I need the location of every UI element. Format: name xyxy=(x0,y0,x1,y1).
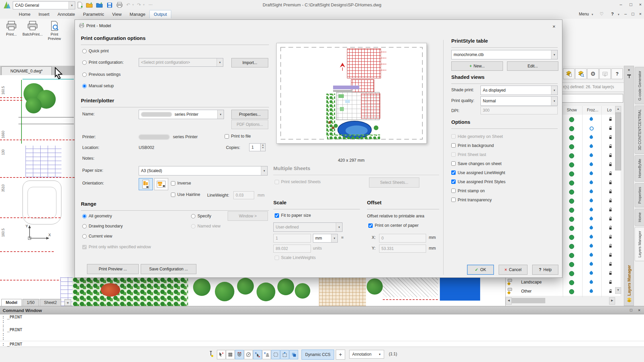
tool-batchprint[interactable]: BatchPrint... xyxy=(21,21,44,37)
sheet-tab-model[interactable]: Model xyxy=(1,299,22,306)
show-status-icon[interactable] xyxy=(569,208,574,213)
lock-status-icon[interactable] xyxy=(608,180,612,186)
command-float-icon[interactable]: □ xyxy=(630,308,632,312)
ccs-toggle[interactable] xyxy=(280,350,289,359)
layer-settings-button[interactable]: ⚙ xyxy=(587,68,599,79)
radio-specify[interactable]: Specify xyxy=(191,214,211,218)
ribbon-restore-button[interactable]: □ xyxy=(629,11,637,16)
command-output[interactable]: : _PRINT::: _PRINT:: xyxy=(0,314,644,341)
tab-output[interactable]: Output xyxy=(149,10,171,18)
show-status-icon[interactable] xyxy=(569,289,574,294)
print-to-file-checkbox[interactable]: Print to file xyxy=(225,134,251,139)
frozen-status-icon[interactable] xyxy=(589,244,594,248)
option-print-transparency[interactable]: Print transparency xyxy=(451,195,558,204)
tab-parametric[interactable]: Parametric xyxy=(79,10,108,18)
scale-unit-select[interactable]: mm▾ xyxy=(313,234,338,243)
tab-manage[interactable]: Manage xyxy=(126,10,149,18)
layer-find-button[interactable] xyxy=(575,68,587,79)
lock-status-icon[interactable] xyxy=(608,244,612,249)
lock-status-icon[interactable] xyxy=(608,126,612,132)
restore-button[interactable]: □ xyxy=(627,2,635,7)
frozen-status-icon[interactable] xyxy=(589,117,594,121)
lock-status-icon[interactable] xyxy=(608,235,612,240)
vscroll-down-arrow[interactable]: ▼ xyxy=(615,287,621,294)
option-print-in-background[interactable]: Print in background xyxy=(451,141,558,150)
print-quality-select[interactable]: Normal▾ xyxy=(480,96,558,106)
layer-row[interactable]: ◆Landscape xyxy=(506,278,620,287)
lock-status-icon[interactable] xyxy=(608,207,612,213)
tab-annotate[interactable]: Annotate xyxy=(53,10,79,18)
column-lock[interactable]: Lo xyxy=(607,108,611,112)
show-status-icon[interactable] xyxy=(569,135,574,140)
lock-status-icon[interactable] xyxy=(608,262,612,267)
tab-insert[interactable]: Insert xyxy=(35,10,54,18)
cancel-button[interactable]: × Cancel xyxy=(499,265,527,275)
show-status-icon[interactable] xyxy=(569,226,574,231)
tool-printpreview[interactable]: Print Preview xyxy=(45,21,64,41)
print-on-center-checkbox[interactable]: Print on center of paper xyxy=(368,223,419,228)
radio-print-configuration[interactable]: Print configuration: xyxy=(82,60,124,65)
show-status-icon[interactable] xyxy=(569,280,574,285)
ribbon-close-button[interactable]: × xyxy=(637,11,644,16)
printer-name-select[interactable]: series Printer ▾ xyxy=(139,110,224,119)
tab-view[interactable]: View xyxy=(108,10,126,18)
radio-manual-setup[interactable]: Manual setup xyxy=(82,84,114,88)
save-configuration-button[interactable]: Save Configuration ... xyxy=(141,264,196,274)
frozen-status-icon[interactable] xyxy=(589,225,594,230)
side-tab-g-code-generator[interactable]: G-code Generator xyxy=(635,67,644,104)
show-status-icon[interactable] xyxy=(569,262,574,267)
vscroll-thumb[interactable] xyxy=(615,113,621,170)
dynamic-ccs-button[interactable]: Dynamic CCS xyxy=(302,350,334,360)
side-tab-properties[interactable]: Properties xyxy=(635,183,644,207)
printstyle-select[interactable]: monochrome.ctb▾ xyxy=(451,50,558,59)
lock-status-icon[interactable] xyxy=(608,271,612,276)
frozen-status-icon[interactable] xyxy=(589,271,594,275)
frozen-status-icon[interactable] xyxy=(589,289,594,294)
frozen-status-icon[interactable] xyxy=(589,207,594,212)
edit-printstyle-button[interactable]: Edit... xyxy=(507,61,558,71)
command-close-icon[interactable]: × xyxy=(638,308,641,313)
copies-stepper[interactable]: 1 ▴▾ xyxy=(249,143,266,151)
dialog-close-button[interactable]: × xyxy=(550,22,558,30)
lock-status-icon[interactable] xyxy=(608,216,612,222)
lock-status-icon[interactable] xyxy=(608,117,612,122)
frozen-status-icon[interactable] xyxy=(589,180,594,185)
frozen-status-icon[interactable] xyxy=(589,189,594,194)
lock-status-icon[interactable] xyxy=(608,135,612,141)
plumb-tool-icon[interactable] xyxy=(208,351,214,358)
help-chevron-icon[interactable]: ▾ xyxy=(618,13,619,16)
show-status-icon[interactable] xyxy=(569,217,574,222)
use-hairline-checkbox[interactable]: Use Hairline xyxy=(171,192,200,197)
document-tab[interactable]: NONAME_0.dwg* xyxy=(1,66,52,75)
frozen-status-icon[interactable] xyxy=(589,153,594,158)
help-button[interactable]: ? xyxy=(611,11,614,16)
command-window-header[interactable]: Command Window □ × xyxy=(0,306,644,314)
frozen-status-icon[interactable] xyxy=(589,144,594,149)
panel-pin-icon[interactable] xyxy=(627,74,631,75)
import-button[interactable]: Import... xyxy=(231,58,268,67)
paper-size-select[interactable]: A3 (Scaled)▾ xyxy=(139,166,268,175)
radio-drawing-boundary[interactable]: Drawing boundary xyxy=(82,224,123,228)
show-status-icon[interactable] xyxy=(569,153,574,158)
help-button[interactable]: ? Help xyxy=(532,265,558,275)
option-use-assigned-lineweight[interactable]: Use assigned LineWeight xyxy=(451,168,558,177)
shade-print-select[interactable]: As displayed▾ xyxy=(480,86,558,95)
frozen-status-icon[interactable] xyxy=(589,235,594,239)
lock-status-icon[interactable] xyxy=(608,171,612,177)
side-tab-3d-contentcentral[interactable]: 3D CONTENTCENTRAL xyxy=(635,106,644,154)
lock-status-icon[interactable] xyxy=(608,144,612,150)
add-sheet-button[interactable]: + xyxy=(64,299,71,306)
close-button[interactable]: × xyxy=(637,2,644,7)
frozen-status-icon[interactable] xyxy=(589,135,594,140)
column-frozen[interactable]: Froz... xyxy=(587,108,598,112)
orientation-portrait-button[interactable] xyxy=(139,178,153,190)
tool-print[interactable]: Print... xyxy=(3,21,20,37)
minimize-button[interactable]: – xyxy=(617,2,625,7)
new-printstyle-button[interactable]: + New... xyxy=(451,61,503,71)
fit-to-paper-checkbox[interactable]: Fit to paper size xyxy=(275,213,311,218)
frozen-status-icon[interactable] xyxy=(590,126,594,131)
favorites-heart-icon[interactable]: ♡ xyxy=(600,11,604,16)
ortho-toggle[interactable] xyxy=(289,350,298,359)
entity-snap-toggle[interactable] xyxy=(217,350,226,359)
ribbon-minimize-button[interactable]: – xyxy=(622,11,629,16)
